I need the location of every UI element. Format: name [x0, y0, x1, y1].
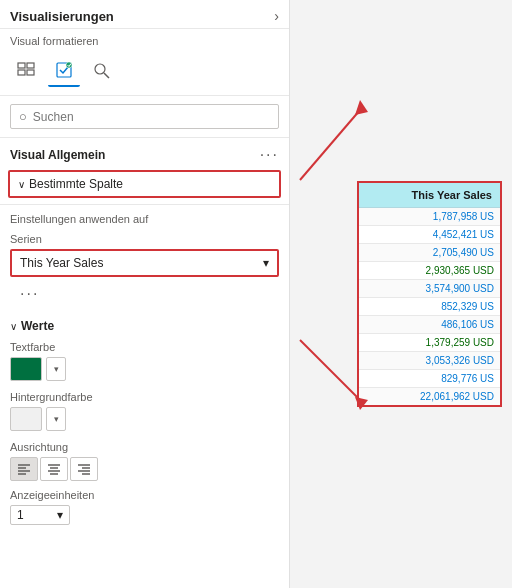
table-view-button[interactable] [10, 55, 42, 87]
section-menu-dots[interactable]: ··· [260, 146, 279, 164]
search-box: ○ [10, 104, 279, 129]
textfarbe-swatch[interactable] [10, 357, 42, 381]
svg-line-7 [104, 73, 109, 78]
table-row: 22,061,962 USD [358, 388, 501, 407]
table-row: 486,106 US [358, 316, 501, 334]
bestimmte-spalte-container: ∨ Bestimmte Spalte [8, 170, 281, 198]
align-right-button[interactable] [70, 457, 98, 481]
svg-line-22 [300, 340, 360, 400]
format-label: Visual formatieren [0, 29, 289, 51]
analytics-view-button[interactable] [86, 55, 118, 87]
table-cell: 22,061,962 USD [358, 388, 501, 407]
table-cell: 3,053,326 USD [358, 352, 501, 370]
hintergrundfarbe-label: Hintergrundfarbe [10, 391, 279, 403]
table-row: 2,930,365 USD [358, 262, 501, 280]
units-arrow-icon: ▾ [57, 508, 63, 522]
textfarbe-label: Textfarbe [10, 341, 279, 353]
panel-header: Visualisierungen › [0, 0, 289, 29]
svg-rect-2 [18, 70, 25, 75]
svg-marker-21 [355, 100, 368, 115]
bestimmte-spalte-label: Bestimmte Spalte [29, 177, 123, 191]
align-center-button[interactable] [40, 457, 68, 481]
werte-expand-icon: ∨ [10, 321, 17, 332]
table-row: 3,053,326 USD [358, 352, 501, 370]
werte-header: ∨ Werte [10, 319, 279, 333]
svg-rect-0 [18, 63, 25, 68]
units-value: 1 [17, 508, 24, 522]
svg-rect-3 [27, 70, 34, 75]
settings-apply-label: Einstellungen anwenden auf [10, 213, 279, 225]
table-header: This Year Sales [358, 182, 501, 208]
alignment-row [10, 457, 279, 481]
svg-line-20 [300, 110, 360, 180]
textfarbe-dropdown[interactable]: ▾ [46, 357, 66, 381]
search-icon: ○ [19, 109, 27, 124]
table-row: 852,329 US [358, 298, 501, 316]
svg-rect-1 [27, 63, 34, 68]
table-row: 829,776 US [358, 370, 501, 388]
serien-dropdown[interactable]: This Year Sales ▾ [10, 249, 279, 277]
hintergrundfarbe-swatch[interactable] [10, 407, 42, 431]
table-cell: 2,705,490 US [358, 244, 501, 262]
table-cell: 829,776 US [358, 370, 501, 388]
serien-label: Serien [10, 233, 279, 245]
table-cell: 4,452,421 US [358, 226, 501, 244]
table-row: 1,787,958 US [358, 208, 501, 226]
units-dropdown[interactable]: 1 ▾ [10, 505, 70, 525]
table-cell: 852,329 US [358, 298, 501, 316]
section-title: Visual Allgemein [10, 148, 105, 162]
table-row: 4,452,421 US [358, 226, 501, 244]
panel-title: Visualisierungen [10, 9, 114, 24]
table-row: 1,379,259 USD [358, 334, 501, 352]
units-row: 1 ▾ [10, 505, 279, 525]
ausrichtung-label: Ausrichtung [10, 441, 279, 453]
table-row: 3,574,900 USD [358, 280, 501, 298]
format-view-button[interactable] [48, 55, 80, 87]
left-panel: Visualisierungen › Visual formatieren [0, 0, 290, 588]
chevron-right-icon[interactable]: › [274, 8, 279, 24]
werte-title: Werte [21, 319, 54, 333]
table-cell: 1,379,259 USD [358, 334, 501, 352]
anzeigeeinheiten-label: Anzeigeeinheiten [10, 489, 279, 501]
table-cell: 3,574,900 USD [358, 280, 501, 298]
bestimmte-spalte-toggle[interactable]: ∨ Bestimmte Spalte [10, 172, 279, 196]
table-row: 2,705,490 US [358, 244, 501, 262]
expand-icon: ∨ [18, 179, 25, 190]
more-options-dots[interactable]: ··· [10, 283, 279, 305]
align-left-button[interactable] [10, 457, 38, 481]
hintergrundfarbe-row: ▾ [10, 407, 279, 431]
textfarbe-row: ▾ [10, 357, 279, 381]
settings-section: Einstellungen anwenden auf Serien This Y… [0, 204, 289, 313]
hintergrundfarbe-dropdown[interactable]: ▾ [46, 407, 66, 431]
werte-section: ∨ Werte Textfarbe ▾ Hintergrundfarbe ▾ A… [0, 313, 289, 531]
table-cell: 486,106 US [358, 316, 501, 334]
search-input[interactable] [33, 110, 270, 124]
sales-table: This Year Sales 1,787,958 US4,452,421 US… [357, 181, 502, 407]
table-cell: 1,787,958 US [358, 208, 501, 226]
right-panel: This Year Sales 1,787,958 US4,452,421 US… [290, 0, 512, 588]
dropdown-arrow-icon: ▾ [263, 256, 269, 270]
icon-row [0, 51, 289, 96]
search-container: ○ [0, 96, 289, 138]
section-header: Visual Allgemein ··· [0, 138, 289, 170]
table-cell: 2,930,365 USD [358, 262, 501, 280]
serien-dropdown-value: This Year Sales [20, 256, 103, 270]
svg-point-6 [95, 64, 105, 74]
